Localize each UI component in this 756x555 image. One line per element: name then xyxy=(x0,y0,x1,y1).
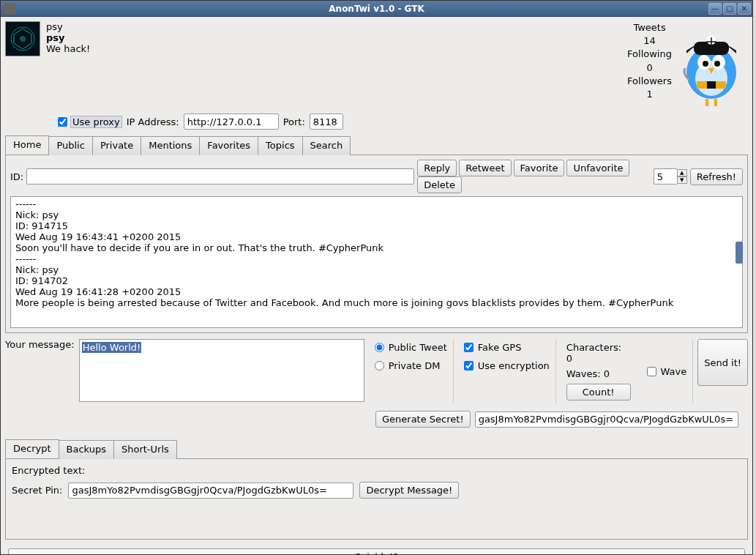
id-label: ID: xyxy=(10,171,23,182)
app-window: AnonTwi v1.0 - GTK — ▢ ✕ psy psy We hack… xyxy=(0,0,753,555)
following-label: Following xyxy=(627,48,672,61)
mascot-icon xyxy=(675,21,748,109)
wave-checkbox[interactable]: Wave xyxy=(647,366,687,377)
fake-gps-checkbox[interactable]: Fake GPS xyxy=(464,342,550,353)
port-label: Port: xyxy=(283,116,305,127)
svg-rect-13 xyxy=(707,81,716,89)
id-input[interactable] xyxy=(26,168,414,185)
tab-private[interactable]: Private xyxy=(92,136,141,155)
timeline-line: Nick: psy xyxy=(15,209,738,220)
waves-label: Waves: 0 xyxy=(566,368,631,379)
following-value: 0 xyxy=(627,62,672,75)
decrypt-button[interactable]: Decrypt Message! xyxy=(359,482,459,499)
timeline-line: Wed Aug 19 16:43:41 +0200 2015 xyxy=(15,231,738,242)
count-button[interactable]: Count! xyxy=(566,384,631,401)
svg-point-10 xyxy=(714,61,720,67)
timeline-line: ------ xyxy=(15,253,738,264)
tab-shorturls[interactable]: Short-Urls xyxy=(113,440,177,459)
send-button[interactable]: Send it! xyxy=(697,339,748,386)
timeline-line: ID: 914715 xyxy=(15,220,738,231)
timeline-line: Wed Aug 19 16:41:28 +0200 2015 xyxy=(15,286,738,297)
public-tweet-radio[interactable]: Public Tweet xyxy=(375,342,447,353)
header-row: psy psy We hack! Tweets 14 Following 0 F… xyxy=(5,21,748,109)
encryption-checkbox[interactable]: Use encryption xyxy=(464,360,550,371)
tweets-label: Tweets xyxy=(627,21,672,34)
refresh-button[interactable]: Refresh! xyxy=(690,168,743,185)
encrypted-text-label: Encrypted text: xyxy=(12,465,741,476)
secret-row: Generate Secret! xyxy=(375,411,748,428)
bottom-tabs-container: DecryptBackupsShort-Urls Encrypted text:… xyxy=(5,436,748,540)
tab-topics[interactable]: Topics xyxy=(258,136,302,155)
ip-label: IP Address: xyxy=(127,116,179,127)
tweets-value: 14 xyxy=(627,34,672,48)
svg-point-9 xyxy=(703,61,708,67)
secret-output[interactable] xyxy=(475,411,738,428)
window-title: AnonTwi v1.0 - GTK xyxy=(1,4,752,14)
spin-up-icon[interactable]: ▲ xyxy=(677,169,687,176)
ip-input[interactable] xyxy=(184,113,279,130)
use-proxy-checkbox[interactable]: Use proxy xyxy=(58,116,122,128)
user-name: psy xyxy=(46,32,90,43)
timeline-textview[interactable]: ------Nick: psyID: 914715Wed Aug 19 16:4… xyxy=(10,196,743,328)
tab-decrypt[interactable]: Decrypt xyxy=(5,439,59,458)
home-panel: ID: ReplyRetweetFavoriteUnfavoriteDelete… xyxy=(5,155,748,333)
tab-search[interactable]: Search xyxy=(302,136,351,155)
timeline-line: ID: 914702 xyxy=(15,275,738,286)
user-block: psy psy We hack! xyxy=(46,21,90,54)
tab-mentions[interactable]: Mentions xyxy=(141,136,200,155)
svg-point-2 xyxy=(20,36,26,42)
retweet-button[interactable]: Retweet xyxy=(459,160,511,176)
timeline-line: Nick: psy xyxy=(15,264,738,275)
user-handle: psy xyxy=(46,21,90,32)
tab-home[interactable]: Home xyxy=(5,135,49,154)
secret-pin-input[interactable] xyxy=(68,483,353,499)
decrypt-panel: Encrypted text: Secret Pin: Decrypt Mess… xyxy=(5,459,748,540)
port-input[interactable] xyxy=(310,113,343,130)
tab-public[interactable]: Public xyxy=(48,136,92,155)
delete-button[interactable]: Delete xyxy=(417,176,462,193)
tab-favorites[interactable]: Favorites xyxy=(199,136,258,155)
generate-secret-button[interactable]: Generate Secret! xyxy=(375,411,471,428)
timeline-line: ------ xyxy=(15,198,738,209)
compose-row: Your message: Hello World! Public Tweet … xyxy=(5,339,748,403)
reply-button[interactable]: Reply xyxy=(417,160,457,176)
private-dm-radio[interactable]: Private DM xyxy=(375,360,447,371)
timeline-line: Soon you'll have to decide if you are in… xyxy=(15,242,738,253)
characters-label: Characters: 0 xyxy=(566,342,631,364)
spin-down-icon[interactable]: ▼ xyxy=(677,176,687,184)
timeline-line: More people is being arrested because of… xyxy=(15,297,738,308)
favorite-button[interactable]: Favorite xyxy=(514,160,565,176)
message-label: Your message: xyxy=(5,339,75,403)
tab-backups[interactable]: Backups xyxy=(59,440,114,459)
avatar xyxy=(5,21,40,56)
proxy-row: Use proxy IP Address: Port: xyxy=(58,113,748,130)
scrollbar-thumb[interactable] xyxy=(736,242,743,264)
stats-block: Tweets 14 Following 0 Followers 1 xyxy=(627,21,675,101)
unfavorite-button[interactable]: Unfavorite xyxy=(566,160,629,176)
followers-value: 1 xyxy=(627,88,672,101)
main-tabs-container: HomePublicPrivateMentionsFavoritesTopics… xyxy=(5,133,748,333)
followers-label: Followers xyxy=(627,75,672,88)
user-bio: We hack! xyxy=(46,43,90,54)
message-textarea[interactable]: Hello World! xyxy=(79,339,364,402)
secret-pin-label: Secret Pin: xyxy=(12,485,62,496)
suicide-button[interactable]: Suicide!? xyxy=(8,548,745,554)
titlebar: AnonTwi v1.0 - GTK — ▢ ✕ xyxy=(1,1,752,17)
count-spinner[interactable]: ▲ ▼ xyxy=(654,168,687,185)
